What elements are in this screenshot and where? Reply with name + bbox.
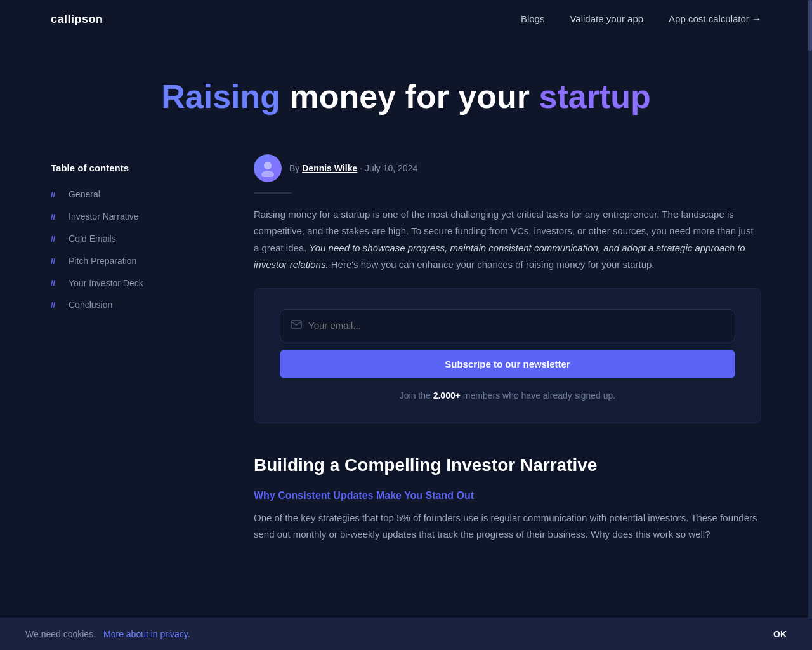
section1-sub-heading: Why Consistent Updates Make You Stand Ou… bbox=[254, 488, 761, 504]
scrollbar[interactable] bbox=[808, 0, 812, 650]
section1-heading: Building a Compelling Investor Narrative bbox=[254, 454, 761, 477]
toc-item-investor-deck[interactable]: Your Investor Deck bbox=[51, 275, 228, 290]
toc-hash-icon-deck bbox=[51, 275, 62, 290]
footer-before: Join the bbox=[400, 390, 433, 401]
content-wrapper: Table of contents General Investor Narra… bbox=[0, 142, 812, 581]
intro-text-2: Here's how you can enhance your chances … bbox=[331, 259, 655, 270]
author-date: · July 10, 2024 bbox=[360, 163, 417, 173]
toc-title: Table of contents bbox=[51, 161, 228, 176]
toc-hash-icon-pitch bbox=[51, 254, 62, 269]
footer-after: members who have already signed up. bbox=[461, 390, 615, 401]
hero-section: Raising money for your startup bbox=[0, 39, 812, 142]
section1-body: One of the key strategies that top 5% of… bbox=[254, 510, 761, 543]
toc-item-general[interactable]: General bbox=[51, 187, 228, 202]
toc-item-conclusion[interactable]: Conclusion bbox=[51, 298, 228, 312]
toc-item-cold-emails[interactable]: Cold Emails bbox=[51, 232, 228, 246]
avatar bbox=[254, 154, 282, 182]
toc-label-pitch-preparation: Pitch Preparation bbox=[69, 254, 136, 268]
author-name[interactable]: Dennis Wilke bbox=[302, 163, 357, 173]
cookie-ok-button[interactable]: OK bbox=[773, 629, 787, 639]
toc-hash-icon-cold-emails bbox=[51, 232, 62, 246]
article-intro: Raising money for a startup is one of th… bbox=[254, 206, 761, 273]
toc-item-pitch-preparation[interactable]: Pitch Preparation bbox=[51, 254, 228, 269]
content-divider bbox=[254, 192, 292, 194]
subscribe-button[interactable]: Subscripe to our newsletter bbox=[280, 350, 735, 378]
toc-hash-icon-narrative bbox=[51, 209, 62, 224]
page-title: Raising money for your startup bbox=[51, 77, 761, 116]
title-word-startup: startup bbox=[539, 78, 650, 115]
cookie-banner: We need cookies. More about in privacy. … bbox=[0, 618, 812, 650]
nav-validate-link[interactable]: Validate your app bbox=[570, 11, 643, 27]
scrollbar-thumb[interactable] bbox=[808, 0, 812, 51]
site-logo[interactable]: callipson bbox=[51, 10, 103, 29]
toc-item-investor-narrative[interactable]: Investor Narrative bbox=[51, 209, 228, 224]
by-label: By bbox=[289, 163, 299, 173]
email-input[interactable] bbox=[308, 320, 724, 331]
svg-point-1 bbox=[261, 171, 274, 177]
cookie-link[interactable]: More about in privacy. bbox=[103, 627, 190, 641]
email-icon bbox=[291, 317, 302, 334]
toc-label-general: General bbox=[69, 187, 100, 201]
author-info: By Dennis Wilke · July 10, 2024 bbox=[289, 161, 417, 175]
svg-rect-2 bbox=[291, 321, 301, 328]
svg-point-0 bbox=[264, 162, 272, 169]
title-middle: money for your bbox=[280, 78, 539, 115]
nav-blogs-link[interactable]: Blogs bbox=[521, 11, 545, 27]
email-input-wrapper[interactable] bbox=[280, 309, 735, 342]
title-word-raising: Raising bbox=[161, 78, 280, 115]
toc-hash-icon-general bbox=[51, 187, 62, 202]
nav-links: Blogs Validate your app App cost calcula… bbox=[521, 11, 761, 27]
newsletter-footer: Join the 2.000+ members who have already… bbox=[280, 388, 735, 402]
avatar-image bbox=[254, 154, 282, 182]
cookie-text: We need cookies. bbox=[25, 627, 96, 641]
main-content: By Dennis Wilke · July 10, 2024 Raising … bbox=[228, 154, 761, 543]
toc-label-conclusion: Conclusion bbox=[69, 298, 112, 312]
toc-label-investor-deck: Your Investor Deck bbox=[69, 276, 143, 290]
newsletter-box: Subscripe to our newsletter Join the 2.0… bbox=[254, 288, 761, 423]
author-row: By Dennis Wilke · July 10, 2024 bbox=[254, 154, 761, 182]
navigation: callipson Blogs Validate your app App co… bbox=[0, 0, 812, 39]
toc-label-investor-narrative: Investor Narrative bbox=[69, 209, 138, 223]
nav-calculator-link[interactable]: App cost calculator → bbox=[669, 11, 761, 27]
sidebar: Table of contents General Investor Narra… bbox=[51, 154, 228, 543]
toc-label-cold-emails: Cold Emails bbox=[69, 232, 116, 246]
member-count: 2.000+ bbox=[433, 390, 461, 401]
toc-hash-icon-conclusion bbox=[51, 298, 62, 312]
